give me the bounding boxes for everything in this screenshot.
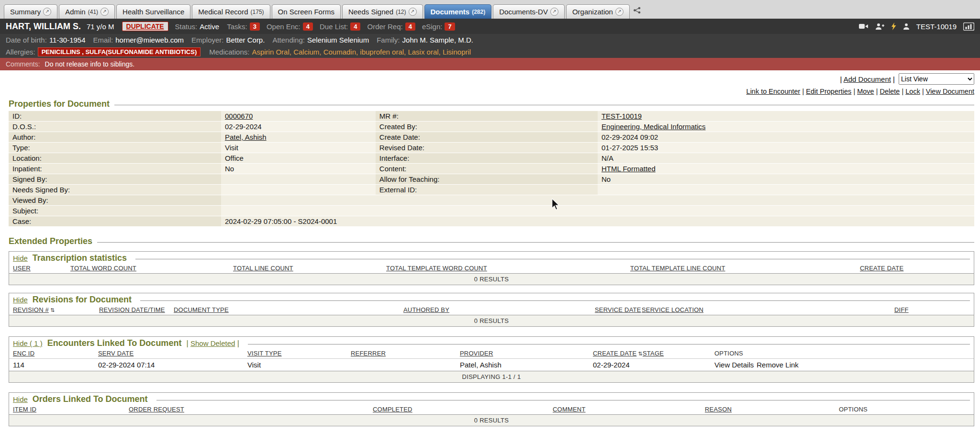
- encounters-box: Hide ( 1 ) Encounters Linked To Document…: [9, 336, 974, 383]
- bar-chart-icon[interactable]: [963, 22, 974, 31]
- add-document-link[interactable]: Add Document: [844, 75, 891, 83]
- tasks-count-badge[interactable]: 3: [250, 22, 260, 31]
- hide-transcription-link[interactable]: Hide: [13, 254, 28, 262]
- add-user-icon[interactable]: [875, 23, 884, 30]
- tab-count: (12): [396, 9, 406, 15]
- transcription-statistics-box: Hide Transcription statistics USER TOTAL…: [9, 251, 974, 285]
- tab-summary[interactable]: Summary ↗: [4, 4, 57, 19]
- allergy-chip[interactable]: PENICILLINS , SULFA(SULFONAMIDE ANTIBIOT…: [38, 47, 201, 56]
- patient-id[interactable]: TEST-10019: [916, 22, 957, 31]
- lock-link[interactable]: Lock: [905, 88, 920, 95]
- prop-value: No: [221, 164, 376, 174]
- due-list-count-badge[interactable]: 4: [350, 22, 360, 31]
- sort-icon[interactable]: ⇅: [638, 351, 642, 357]
- remove-link-link[interactable]: Remove Link: [757, 361, 799, 369]
- sort-icon[interactable]: ⇅: [50, 307, 55, 313]
- tab-needs-signed[interactable]: Needs Signed (12) ↗: [342, 4, 423, 19]
- col-header-authored-by[interactable]: AUTHORED BY: [403, 306, 595, 313]
- email-value[interactable]: horner@mieweb.com: [115, 36, 184, 44]
- medications-list[interactable]: Aspirin Oral, Calcium, Coumadin, ibuprof…: [252, 48, 471, 56]
- prop-label: Author:: [9, 132, 221, 142]
- popup-icon[interactable]: ↗: [409, 8, 417, 16]
- hide-orders-link[interactable]: Hide: [13, 395, 28, 403]
- attending-value: Selenium Selenium: [307, 36, 369, 44]
- link-to-encounter-link[interactable]: Link to Encounter: [746, 88, 801, 95]
- view-select[interactable]: List View: [899, 73, 974, 85]
- hide-encounters-link[interactable]: Hide ( 1 ): [13, 339, 43, 347]
- popup-icon[interactable]: ↗: [615, 8, 624, 16]
- col-header-comment[interactable]: COMMENT: [553, 406, 705, 413]
- col-header-diff[interactable]: DIFF: [894, 306, 970, 313]
- tab-on-screen-forms[interactable]: On Screen Forms: [272, 4, 341, 19]
- lightning-icon[interactable]: [891, 22, 896, 30]
- tab-label: Medical Record: [198, 8, 248, 16]
- col-header-visit-type[interactable]: VISIT TYPE: [247, 350, 351, 357]
- order-req-label: Order Req:: [367, 22, 402, 31]
- col-header-total-word-count[interactable]: TOTAL WORD COUNT: [70, 265, 233, 272]
- edit-properties-link[interactable]: Edit Properties: [806, 88, 851, 95]
- col-header-revision-number[interactable]: REVISION #⇅: [13, 306, 99, 313]
- col-header-item-id[interactable]: ITEM ID: [13, 406, 129, 413]
- col-header-total-template-line-count[interactable]: TOTAL TEMPLATE LINE COUNT: [630, 265, 860, 272]
- tab-documents[interactable]: Documents (282): [424, 4, 492, 19]
- comments-text: Do not release info to siblings.: [45, 60, 135, 68]
- col-header-referrer[interactable]: REFERRER: [351, 350, 460, 357]
- encounter-row[interactable]: 114 02-29-2024 07:14 Visit Patel, Ashish…: [9, 358, 974, 371]
- share-nodes-icon[interactable]: [633, 7, 641, 16]
- tab-organization[interactable]: Organization ↗: [566, 4, 630, 19]
- col-header-document-type[interactable]: DOCUMENT TYPE: [174, 306, 403, 313]
- table-row: D.O.S.: 02-29-2024 Created By: Engineeri…: [9, 122, 974, 132]
- table-row: Inpatient: No Content: HTML Formatted: [9, 164, 974, 174]
- col-header-service-location[interactable]: SERVICE LOCATION: [642, 306, 894, 313]
- document-id-link[interactable]: 0000670: [225, 112, 253, 120]
- col-header-total-template-word-count[interactable]: TOTAL TEMPLATE WORD COUNT: [386, 265, 630, 272]
- col-header-revision-datetime[interactable]: REVISION DATE/TIME: [99, 306, 174, 313]
- mr-number-link[interactable]: TEST-10019: [601, 112, 642, 120]
- col-header-total-line-count[interactable]: TOTAL LINE COUNT: [233, 265, 386, 272]
- tab-health-surveillance[interactable]: Health Surveillance: [116, 4, 190, 19]
- open-enc-count-badge[interactable]: 4: [303, 22, 313, 31]
- view-document-link[interactable]: View Document: [926, 88, 974, 95]
- popup-icon[interactable]: ↗: [550, 8, 558, 16]
- col-header-serv-date[interactable]: SERV DATE: [98, 350, 247, 357]
- order-req-count-badge[interactable]: 4: [405, 22, 415, 31]
- hide-revisions-link[interactable]: Hide: [13, 296, 28, 304]
- orders-title: Orders Linked To Document: [33, 394, 148, 404]
- col-header-options: OPTIONS: [714, 350, 970, 357]
- create-date-cell: 02-29-2024: [593, 361, 643, 369]
- webchart-page: Summary ↗ Admin (41) ↗ Health Surveillan…: [0, 0, 980, 444]
- prop-label: Create Date:: [376, 132, 598, 142]
- author-link[interactable]: Patel, Ashish: [225, 133, 267, 141]
- tab-label: Admin: [65, 8, 86, 16]
- patient-demographics: Date of birth: 11-30-1954 Email: horner@…: [0, 34, 980, 46]
- col-header-completed[interactable]: COMPLETED: [373, 406, 553, 413]
- esign-count-badge[interactable]: 7: [445, 22, 455, 31]
- col-header-order-request[interactable]: ORDER REQUEST: [129, 406, 373, 413]
- col-header-reason[interactable]: REASON: [705, 406, 839, 413]
- duplicate-badge[interactable]: DUPLICATE: [122, 22, 168, 31]
- show-deleted-link[interactable]: Show Deleted: [190, 339, 235, 347]
- col-header-create-date[interactable]: CREATE DATE: [860, 265, 970, 272]
- col-header-user[interactable]: USER: [13, 265, 70, 272]
- attending-label: Attending:: [272, 36, 305, 44]
- col-header-service-date[interactable]: SERVICE DATE: [595, 306, 642, 313]
- content-format-link[interactable]: HTML Formatted: [601, 165, 656, 173]
- tab-admin[interactable]: Admin (41) ↗: [59, 4, 115, 19]
- prop-label: Type:: [9, 143, 221, 153]
- created-by-link[interactable]: Engineering, Medical Informatics: [601, 122, 706, 131]
- move-link[interactable]: Move: [857, 88, 874, 95]
- patient-name[interactable]: HART, WILLIAM S.: [6, 22, 81, 32]
- col-header-create-date[interactable]: CREATE DATE⇅: [593, 350, 643, 357]
- popup-icon[interactable]: ↗: [43, 8, 51, 16]
- tab-documents-dv[interactable]: Documents-DV ↗: [493, 4, 565, 19]
- video-camera-icon[interactable]: [858, 23, 869, 30]
- col-header-provider[interactable]: PROVIDER: [460, 350, 593, 357]
- delete-link[interactable]: Delete: [880, 88, 900, 95]
- col-header-enc-id[interactable]: ENC ID: [13, 350, 98, 357]
- tab-medical-record[interactable]: Medical Record (175): [192, 4, 270, 19]
- comments-bar: Comments: Do not release info to sibling…: [0, 58, 980, 70]
- popup-icon[interactable]: ↗: [100, 8, 109, 16]
- view-details-link[interactable]: View Details: [714, 361, 754, 369]
- patient-header: HART, WILLIAM S. 71 y/o M DUPLICATE Stat…: [0, 19, 980, 34]
- col-header-stage[interactable]: STAGE: [643, 350, 714, 357]
